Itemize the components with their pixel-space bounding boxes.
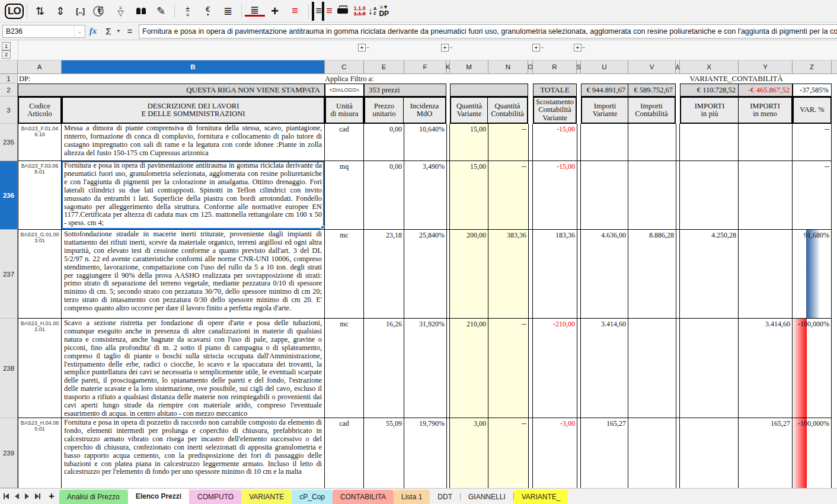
header-quantita-contabilita[interactable]: Quantità Contabilità	[488, 98, 527, 123]
rows-icon[interactable]: ≣	[218, 2, 238, 21]
cell-importi-piu[interactable]: 4.250,28	[680, 230, 739, 319]
cell-scostamento[interactable]: -15,00	[533, 124, 577, 161]
cell-mdo[interactable]: 25,840%	[404, 230, 446, 319]
cell-quantita-contabilita[interactable]: --	[488, 124, 528, 161]
cell-importi-contabilita[interactable]	[628, 124, 676, 161]
dp-menu-icon[interactable]: ≡▼DP	[378, 2, 390, 21]
sheet-tab-computo[interactable]: COMPUTO	[190, 490, 241, 504]
brackets-icon[interactable]: [..]	[71, 2, 91, 21]
sheet-tab-elenco-prezzi[interactable]: Elenco Prezzi	[127, 489, 190, 504]
row-header-235[interactable]: 235	[0, 124, 18, 161]
cell-scostamento[interactable]: 183,36	[533, 230, 577, 319]
cell-totale-importi-meno[interactable]: -€ 465.867,52	[739, 84, 792, 96]
row-header-239[interactable]: 239	[0, 418, 18, 488]
lo-logo-icon[interactable]: LO	[5, 4, 24, 19]
row-header-3[interactable]: 3	[0, 97, 18, 124]
column-header-hidden[interactable]: O	[528, 60, 533, 73]
column-header-y[interactable]: Y	[739, 60, 793, 73]
sheet-tab-contabilita[interactable]: CONTABILITA	[333, 490, 394, 504]
cell-var-pct[interactable]: 91,680%	[793, 230, 832, 319]
cell-importi-piu[interactable]	[680, 418, 739, 488]
euro-zoom-icon[interactable]: €	[91, 2, 111, 21]
row-header-236[interactable]: 236	[0, 161, 18, 230]
header-scostamento[interactable]: Scostamento Contabilità Variante	[534, 98, 576, 123]
version-numbers-icon[interactable]: 1.1.01.1.0	[353, 2, 367, 21]
header-incidenza-mdo[interactable]: Incidenza MdO	[404, 98, 445, 123]
cell-price[interactable]: 16,26	[364, 319, 404, 418]
cell-importi-meno[interactable]	[739, 161, 793, 230]
formula-input[interactable]: Fornitura e posa in opera di pavimentazi…	[139, 24, 837, 38]
row-header-1[interactable]: 1	[0, 74, 18, 84]
cell-code[interactable]: BAS23_H.04.080.01	[18, 418, 62, 488]
cell-filter-label[interactable]: Applica Filtro a:	[325, 74, 364, 84]
column-header-r[interactable]: R	[533, 60, 577, 73]
sliders-icon[interactable]: ⇅	[30, 2, 50, 21]
cell-description[interactable]: Fornitura e posa in opera di pozzetto di…	[62, 418, 325, 488]
column-header-m[interactable]: M	[450, 60, 488, 73]
sheet-tab-variante-2[interactable]: VARIANTE_	[514, 490, 568, 504]
next-sheet-button[interactable]	[25, 493, 29, 500]
plus-minus-icon[interactable]: ±≡	[178, 2, 198, 21]
header-unita-misura[interactable]: Unità di misura	[326, 98, 363, 123]
sum-button[interactable]: Σ	[101, 24, 116, 38]
group-expand-button[interactable]: +	[441, 44, 449, 52]
outline-level-1-button[interactable]: 1	[2, 42, 11, 50]
cell-var-pct[interactable]: -100,000%	[793, 319, 832, 418]
cell-totale-var-pct[interactable]: -37,585%	[793, 84, 832, 97]
cell-scostamento[interactable]: -3,00	[533, 418, 577, 488]
cell-totale-label[interactable]: TOTALE	[533, 84, 577, 97]
signature-icon[interactable]: ✎	[151, 2, 171, 21]
cell-code[interactable]: BAS23_F.01.049.10	[18, 124, 62, 161]
printer-icon[interactable]	[333, 2, 353, 21]
function-wizard-button[interactable]: fx	[85, 24, 101, 38]
cell-importi-contabilita[interactable]: 8.886,28	[628, 230, 676, 319]
group-expand-button[interactable]: +	[358, 44, 366, 52]
move-cross-icon[interactable]: +	[265, 2, 285, 21]
cell-quantita-variante[interactable]: 210,00	[450, 319, 488, 418]
cell-mdo[interactable]: 19,790%	[404, 418, 446, 488]
cell-totale-importi-piu[interactable]: € 110.728,52	[681, 84, 739, 96]
cell-importi-meno[interactable]: 165,27	[739, 418, 793, 488]
column-header-f[interactable]: F	[404, 60, 446, 73]
column-header-hidden[interactable]: W	[676, 60, 680, 73]
row-header-237[interactable]: 237	[0, 230, 18, 319]
cell-description[interactable]: Messa a dimora di piante comprensiva di …	[62, 124, 325, 161]
sheet-tab-variante[interactable]: VARIANTE	[241, 490, 292, 504]
last-sheet-button[interactable]	[35, 493, 40, 500]
sheet-tab-giannelli[interactable]: GIANNELLI	[461, 490, 513, 504]
sum-dropdown-icon[interactable]: ▼	[116, 28, 122, 34]
red-rows-icon[interactable]: ≡	[285, 2, 305, 21]
row-header-238[interactable]: 238	[0, 319, 18, 418]
cell-dialogo[interactable]: <DIALOGO>	[325, 84, 364, 97]
cell-quantita-variante[interactable]: 3,00	[450, 418, 488, 488]
split-center-icon[interactable]: ⇕	[50, 2, 71, 21]
cell-quantita-variante[interactable]: 200,00	[450, 230, 488, 319]
cell-importi-contabilita[interactable]	[628, 161, 676, 230]
cell-quantita-contabilita[interactable]: --	[488, 418, 528, 488]
cell-dp-label[interactable]: DP:	[18, 74, 325, 84]
cell-unit[interactable]: mq	[325, 161, 364, 230]
cell-importi-variante[interactable]	[581, 124, 628, 161]
cell-importi-piu[interactable]	[680, 124, 739, 161]
column-header-z[interactable]: Z	[793, 60, 832, 73]
cell-totale-importi-contabilita[interactable]: € 589.752,67	[628, 84, 675, 96]
header-descrizione[interactable]: DESCRIZIONE DEI LAVORI E DELLE SOMMINIST…	[63, 98, 324, 123]
row-header-2[interactable]: 2	[0, 84, 18, 97]
column-header-n[interactable]: N	[488, 60, 528, 73]
column-header-x[interactable]: X	[680, 60, 739, 73]
cell-unit[interactable]: cad	[325, 124, 364, 161]
cell-price[interactable]: 23,18	[364, 230, 404, 319]
cell-quantita-contabilita[interactable]: --	[488, 161, 528, 230]
add-sheet-button[interactable]: +	[44, 489, 59, 504]
cell-price[interactable]: 0,00	[364, 161, 404, 230]
chevron-down-icon[interactable]: ⌄	[74, 25, 85, 37]
cell-empty-summary[interactable]	[450, 84, 528, 97]
cell-importi-contabilita[interactable]	[628, 319, 676, 418]
cell-description-selected[interactable]: Fornitura e posa in opera di pavimentazi…	[62, 161, 325, 230]
cell-prices-count[interactable]: 353 prezzi	[364, 84, 446, 97]
sheet-tab-analisi-di-prezzo[interactable]: Analisi di Prezzo	[59, 490, 127, 504]
cell-quantita-contabilita[interactable]: 383,36	[488, 230, 528, 319]
cell-empty[interactable]	[793, 74, 832, 84]
rows-red-underline-icon[interactable]: ≣	[245, 5, 265, 17]
cell-importi-meno[interactable]	[739, 124, 793, 161]
